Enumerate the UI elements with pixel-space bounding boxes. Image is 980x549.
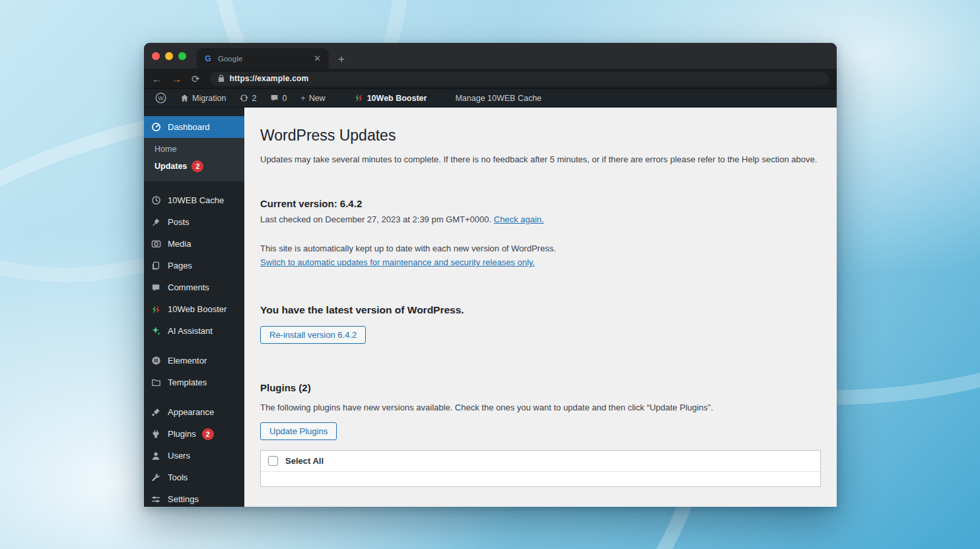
sidebar-item-label: Tools [168, 472, 188, 482]
auto-update-text: This site is automatically kept up to da… [260, 243, 821, 253]
booster-menu[interactable]: 10Web Booster [349, 89, 432, 108]
tab-close-icon[interactable]: ✕ [312, 53, 322, 63]
manage-cache-menu[interactable]: Manage 10WEB Cache [450, 89, 546, 108]
booster-logo-icon [354, 94, 364, 102]
sidebar-item-elementor[interactable]: Elementor [144, 350, 244, 371]
sidebar-item-templates[interactable]: Templates [144, 371, 244, 393]
last-checked-line: Last checked on December 27, 2023 at 2:3… [260, 214, 821, 224]
dashboard-submenu: Home Updates 2 [144, 138, 244, 181]
select-all-label: Select All [285, 456, 324, 466]
minimize-window-button[interactable] [165, 52, 173, 60]
tab-title: Google [218, 55, 307, 63]
sidebar-item-dashboard[interactable]: Dashboard [144, 116, 244, 138]
comments-menu[interactable]: 0 [265, 89, 291, 108]
current-version-heading: Current version: 6.4.2 [260, 198, 821, 209]
updates-count: 2 [252, 94, 256, 103]
address-bar[interactable]: https://example.com [210, 72, 829, 86]
back-button[interactable]: ← [152, 74, 162, 84]
wp-admin-bar: W Migration 2 0 [144, 89, 837, 108]
browser-url-bar: ← → ⟳ https://example.com [144, 69, 837, 89]
site-name-menu[interactable]: Migration [176, 89, 230, 108]
update-plugins-button[interactable]: Update Plugins [260, 422, 337, 440]
booster-icon [150, 305, 162, 314]
svg-text:W: W [158, 95, 163, 102]
browser-tab[interactable]: G Google ✕ [197, 48, 329, 69]
plugins-heading: Plugins (2) [260, 382, 821, 393]
browser-tab-bar: G Google ✕ + [144, 43, 837, 69]
comments-icon [150, 283, 162, 292]
lock-icon [218, 75, 225, 82]
elementor-icon [150, 356, 162, 366]
sidebar-item-media[interactable]: Media [144, 233, 244, 255]
sidebar-item-pages[interactable]: Pages [144, 255, 244, 276]
sidebar-item-ai-assistant[interactable]: AI Assistant [144, 320, 244, 342]
tools-icon [150, 473, 162, 482]
window-controls [152, 43, 186, 69]
plugins-note: The following plugins have new versions … [260, 403, 821, 412]
updates-menu[interactable]: 2 [235, 89, 261, 108]
users-icon [150, 451, 162, 461]
new-tab-button[interactable]: + [338, 53, 345, 65]
sidebar-item-label: Settings [168, 494, 199, 504]
updates-note: Updates may take several minutes to comp… [260, 154, 821, 164]
sidebar-item-settings[interactable]: Settings [144, 488, 244, 507]
sidebar-item-plugins[interactable]: Plugins 2 [144, 423, 244, 445]
comments-count: 0 [282, 94, 287, 103]
desktop-background: G Google ✕ + ← → ⟳ https://example.com W [0, 0, 980, 549]
sidebar-subitem-updates[interactable]: Updates 2 [144, 157, 244, 176]
main-content: WordPress Updates Updates may take sever… [244, 108, 837, 507]
appearance-icon [150, 408, 162, 417]
close-window-button[interactable] [152, 52, 160, 60]
check-again-link[interactable]: Check again. [494, 214, 544, 224]
sidebar-subitem-label: Home [155, 145, 176, 154]
sidebar-item-posts[interactable]: Posts [144, 211, 244, 233]
google-favicon-icon: G [203, 54, 213, 63]
ai-assistant-icon [150, 326, 162, 336]
pages-icon [150, 261, 162, 271]
table-row[interactable] [261, 472, 820, 486]
new-content-menu[interactable]: + New [296, 89, 330, 108]
home-icon [180, 94, 189, 102]
templates-icon [150, 378, 162, 387]
sidebar-item-label: Comments [168, 282, 209, 292]
booster-label: 10Web Booster [367, 94, 427, 103]
wp-logo-menu[interactable]: W [151, 89, 171, 108]
last-checked-text: Last checked on December 27, 2023 at 2:3… [260, 214, 491, 224]
plus-icon: + [300, 94, 305, 103]
sidebar-item-label: Users [168, 451, 190, 461]
sidebar-item-label: Plugins [168, 429, 196, 439]
plugins-icon [150, 430, 162, 439]
plugins-count-badge: 2 [202, 428, 214, 440]
reinstall-button[interactable]: Re-install version 6.4.2 [260, 326, 366, 344]
sidebar-item-label: Appearance [168, 407, 214, 417]
manage-cache-label: Manage 10WEB Cache [455, 94, 542, 103]
sidebar-subitem-home[interactable]: Home [144, 141, 244, 157]
forward-button[interactable]: → [172, 74, 182, 84]
wordpress-logo-icon: W [155, 92, 166, 104]
zoom-window-button[interactable] [178, 52, 186, 60]
sidebar-item-10web-cache[interactable]: 10WEB Cache [144, 189, 244, 211]
plugins-update-table: Select All [260, 450, 821, 487]
sidebar-item-label: Templates [168, 377, 207, 387]
sidebar-item-tools[interactable]: Tools [144, 467, 244, 488]
url-text: https://example.com [230, 74, 309, 83]
select-all-checkbox[interactable] [268, 456, 278, 466]
page-title: WordPress Updates [260, 127, 821, 145]
wp-admin-sidebar: Dashboard Home Updates 2 10WEB Cache [144, 108, 244, 507]
sidebar-item-label: 10WEB Cache [168, 195, 224, 205]
sidebar-item-users[interactable]: Users [144, 445, 244, 467]
auto-update-link-line: Switch to automatic updates for maintena… [260, 257, 821, 267]
dashboard-icon [150, 122, 162, 132]
sidebar-item-comments[interactable]: Comments [144, 276, 244, 298]
sidebar-subitem-label: Updates [155, 162, 187, 171]
latest-version-heading: You have the latest version of WordPress… [260, 304, 821, 316]
comments-bubble-icon [270, 94, 279, 102]
update-icon [240, 94, 248, 102]
reload-button[interactable]: ⟳ [192, 74, 200, 84]
switch-auto-updates-link[interactable]: Switch to automatic updates for maintena… [260, 257, 535, 267]
updates-count-badge: 2 [192, 160, 203, 172]
settings-icon [150, 495, 162, 504]
sidebar-item-10web-booster[interactable]: 10Web Booster [144, 298, 244, 320]
sidebar-item-appearance[interactable]: Appearance [144, 401, 244, 423]
media-icon [150, 239, 162, 249]
